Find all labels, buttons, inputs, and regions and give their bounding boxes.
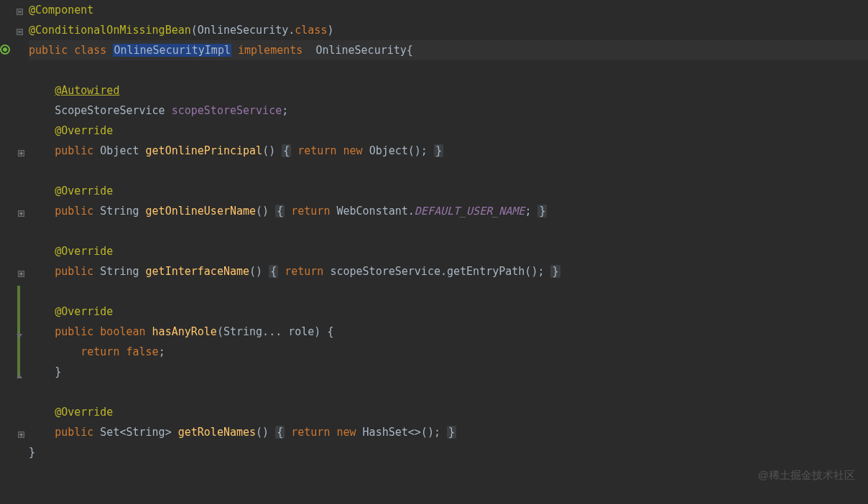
- fold-expand-icon[interactable]: [16, 208, 26, 218]
- code-editor[interactable]: @Component @ConditionalOnMissingBean(Onl…: [0, 0, 868, 504]
- annotation: @Component: [29, 4, 93, 17]
- fold-expand-icon[interactable]: [16, 148, 26, 158]
- spring-bean-icon[interactable]: [0, 45, 10, 55]
- annotation: @ConditionalOnMissingBean: [29, 24, 191, 37]
- fold-arrow-icon[interactable]: [14, 371, 24, 381]
- gutter: [0, 0, 27, 504]
- method-name: getRoleNames: [178, 426, 256, 439]
- annotation: @Autowired: [55, 84, 119, 97]
- method-name: hasAnyRole: [152, 325, 217, 338]
- method-name: getOnlineUserName: [146, 205, 257, 218]
- method-name: getInterfaceName: [146, 265, 250, 278]
- method-name: getOnlinePrincipal: [146, 144, 263, 157]
- selected-class-name: OnlineSecurityImpl: [113, 44, 231, 57]
- fold-collapse-icon[interactable]: [14, 6, 24, 17]
- fold-arrow-icon[interactable]: [14, 331, 24, 341]
- code-area[interactable]: @Component @ConditionalOnMissingBean(Onl…: [27, 0, 868, 504]
- fold-collapse-icon[interactable]: [14, 27, 24, 37]
- fold-expand-icon[interactable]: [16, 429, 26, 439]
- fold-expand-icon[interactable]: [16, 269, 26, 279]
- watermark-text: @稀土掘金技术社区: [758, 465, 855, 485]
